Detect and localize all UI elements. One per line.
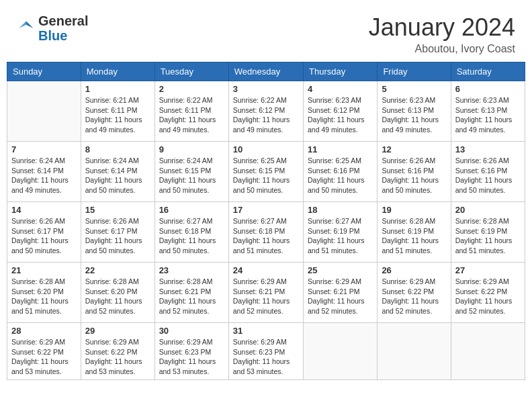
- calendar-cell: 16Sunrise: 6:27 AMSunset: 6:18 PMDayligh…: [154, 202, 228, 263]
- svg-marker-0: [26, 21, 34, 29]
- calendar-cell: [451, 323, 525, 380]
- logo-general: General: [38, 13, 88, 28]
- day-number: 7: [11, 144, 77, 154]
- day-number: 9: [159, 144, 224, 154]
- calendar-cell: 11Sunrise: 6:25 AMSunset: 6:16 PMDayligh…: [303, 142, 377, 202]
- location: Aboutou, Ivory Coast: [369, 43, 515, 55]
- page-header: General Blue January 2024 Aboutou, Ivory…: [7, 7, 525, 58]
- day-number: 26: [382, 265, 446, 275]
- logo-icon: [17, 19, 36, 38]
- calendar-cell: 24Sunrise: 6:29 AMSunset: 6:21 PMDayligh…: [228, 263, 303, 323]
- day-info: Sunrise: 6:22 AMSunset: 6:11 PMDaylight:…: [159, 95, 224, 135]
- calendar-cell: 19Sunrise: 6:28 AMSunset: 6:19 PMDayligh…: [378, 202, 451, 263]
- day-number: 4: [308, 84, 373, 94]
- weekday-header: Sunday: [7, 62, 81, 81]
- weekday-header: Saturday: [451, 62, 525, 81]
- day-info: Sunrise: 6:23 AMSunset: 6:13 PMDaylight:…: [455, 95, 521, 135]
- calendar-week-row: 7Sunrise: 6:24 AMSunset: 6:14 PMDaylight…: [7, 142, 525, 202]
- day-number: 31: [233, 326, 299, 336]
- day-number: 17: [233, 205, 299, 215]
- day-number: 11: [308, 144, 373, 154]
- calendar-cell: 9Sunrise: 6:24 AMSunset: 6:15 PMDaylight…: [154, 142, 228, 202]
- day-number: 1: [85, 84, 150, 94]
- calendar-cell: 15Sunrise: 6:26 AMSunset: 6:17 PMDayligh…: [81, 202, 154, 263]
- day-number: 20: [455, 205, 521, 215]
- day-info: Sunrise: 6:26 AMSunset: 6:17 PMDaylight:…: [11, 216, 77, 256]
- day-info: Sunrise: 6:26 AMSunset: 6:16 PMDaylight:…: [382, 156, 446, 195]
- day-info: Sunrise: 6:23 AMSunset: 6:12 PMDaylight:…: [308, 95, 373, 135]
- calendar-week-row: 14Sunrise: 6:26 AMSunset: 6:17 PMDayligh…: [7, 202, 525, 263]
- calendar-cell: 13Sunrise: 6:26 AMSunset: 6:16 PMDayligh…: [451, 142, 525, 202]
- day-info: Sunrise: 6:29 AMSunset: 6:21 PMDaylight:…: [233, 277, 299, 316]
- svg-marker-1: [19, 21, 27, 29]
- day-info: Sunrise: 6:27 AMSunset: 6:18 PMDaylight:…: [159, 216, 224, 256]
- weekday-header: Friday: [378, 62, 451, 81]
- day-info: Sunrise: 6:28 AMSunset: 6:21 PMDaylight:…: [159, 277, 224, 316]
- day-info: Sunrise: 6:29 AMSunset: 6:23 PMDaylight:…: [233, 337, 299, 377]
- day-info: Sunrise: 6:22 AMSunset: 6:12 PMDaylight:…: [233, 95, 299, 135]
- day-number: 28: [11, 326, 77, 336]
- day-number: 12: [382, 144, 446, 154]
- day-number: 24: [233, 265, 299, 275]
- calendar-cell: [378, 323, 451, 380]
- day-info: Sunrise: 6:29 AMSunset: 6:22 PMDaylight:…: [11, 337, 77, 377]
- day-number: 2: [159, 84, 224, 94]
- day-number: 13: [455, 144, 521, 154]
- day-number: 16: [159, 205, 224, 215]
- calendar-cell: 1Sunrise: 6:21 AMSunset: 6:11 PMDaylight…: [81, 81, 154, 142]
- calendar-cell: 7Sunrise: 6:24 AMSunset: 6:14 PMDaylight…: [7, 142, 81, 202]
- day-info: Sunrise: 6:28 AMSunset: 6:20 PMDaylight:…: [85, 277, 150, 316]
- day-number: 29: [85, 326, 150, 336]
- day-info: Sunrise: 6:26 AMSunset: 6:17 PMDaylight:…: [85, 216, 150, 256]
- calendar-cell: 14Sunrise: 6:26 AMSunset: 6:17 PMDayligh…: [7, 202, 81, 263]
- calendar-cell: 6Sunrise: 6:23 AMSunset: 6:13 PMDaylight…: [451, 81, 525, 142]
- calendar-cell: 17Sunrise: 6:27 AMSunset: 6:18 PMDayligh…: [228, 202, 303, 263]
- calendar-cell: 28Sunrise: 6:29 AMSunset: 6:22 PMDayligh…: [7, 323, 81, 380]
- month-title: January 2024: [369, 13, 515, 42]
- day-info: Sunrise: 6:29 AMSunset: 6:22 PMDaylight:…: [85, 337, 150, 377]
- day-info: Sunrise: 6:28 AMSunset: 6:20 PMDaylight:…: [11, 277, 77, 316]
- calendar-cell: 27Sunrise: 6:29 AMSunset: 6:22 PMDayligh…: [451, 263, 525, 323]
- calendar-cell: 8Sunrise: 6:24 AMSunset: 6:14 PMDaylight…: [81, 142, 154, 202]
- calendar-cell: 2Sunrise: 6:22 AMSunset: 6:11 PMDaylight…: [154, 81, 228, 142]
- weekday-header-row: SundayMondayTuesdayWednesdayThursdayFrid…: [7, 62, 525, 81]
- calendar-cell: 3Sunrise: 6:22 AMSunset: 6:12 PMDaylight…: [228, 81, 303, 142]
- logo-blue: Blue: [38, 28, 67, 43]
- day-info: Sunrise: 6:21 AMSunset: 6:11 PMDaylight:…: [85, 95, 150, 135]
- calendar-cell: 31Sunrise: 6:29 AMSunset: 6:23 PMDayligh…: [228, 323, 303, 380]
- day-number: 25: [308, 265, 373, 275]
- day-info: Sunrise: 6:28 AMSunset: 6:19 PMDaylight:…: [382, 216, 446, 256]
- day-number: 15: [85, 205, 150, 215]
- day-info: Sunrise: 6:23 AMSunset: 6:13 PMDaylight:…: [382, 95, 446, 135]
- day-number: 8: [85, 144, 150, 154]
- logo: General Blue: [17, 13, 88, 43]
- day-info: Sunrise: 6:29 AMSunset: 6:21 PMDaylight:…: [308, 277, 373, 316]
- calendar-week-row: 1Sunrise: 6:21 AMSunset: 6:11 PMDaylight…: [7, 81, 525, 142]
- day-number: 6: [455, 84, 521, 94]
- calendar-cell: 30Sunrise: 6:29 AMSunset: 6:23 PMDayligh…: [154, 323, 228, 380]
- day-info: Sunrise: 6:28 AMSunset: 6:19 PMDaylight:…: [455, 216, 521, 256]
- calendar-cell: 22Sunrise: 6:28 AMSunset: 6:20 PMDayligh…: [81, 263, 154, 323]
- day-info: Sunrise: 6:29 AMSunset: 6:22 PMDaylight:…: [382, 277, 446, 316]
- calendar-cell: 20Sunrise: 6:28 AMSunset: 6:19 PMDayligh…: [451, 202, 525, 263]
- calendar-cell: 10Sunrise: 6:25 AMSunset: 6:15 PMDayligh…: [228, 142, 303, 202]
- calendar-cell: 18Sunrise: 6:27 AMSunset: 6:19 PMDayligh…: [303, 202, 377, 263]
- weekday-header: Tuesday: [154, 62, 228, 81]
- day-info: Sunrise: 6:25 AMSunset: 6:16 PMDaylight:…: [308, 156, 373, 195]
- day-info: Sunrise: 6:25 AMSunset: 6:15 PMDaylight:…: [233, 156, 299, 195]
- day-number: 22: [85, 265, 150, 275]
- calendar-table: SundayMondayTuesdayWednesdayThursdayFrid…: [7, 62, 525, 380]
- logo-text: General Blue: [38, 13, 88, 43]
- day-info: Sunrise: 6:27 AMSunset: 6:18 PMDaylight:…: [233, 216, 299, 256]
- calendar-cell: 23Sunrise: 6:28 AMSunset: 6:21 PMDayligh…: [154, 263, 228, 323]
- title-block: January 2024 Aboutou, Ivory Coast: [369, 13, 515, 55]
- day-info: Sunrise: 6:29 AMSunset: 6:22 PMDaylight:…: [455, 277, 521, 316]
- day-info: Sunrise: 6:27 AMSunset: 6:19 PMDaylight:…: [308, 216, 373, 256]
- calendar-cell: 21Sunrise: 6:28 AMSunset: 6:20 PMDayligh…: [7, 263, 81, 323]
- day-number: 30: [159, 326, 224, 336]
- weekday-header: Wednesday: [228, 62, 303, 81]
- day-info: Sunrise: 6:24 AMSunset: 6:14 PMDaylight:…: [85, 156, 150, 195]
- day-info: Sunrise: 6:29 AMSunset: 6:23 PMDaylight:…: [159, 337, 224, 377]
- calendar-cell: 5Sunrise: 6:23 AMSunset: 6:13 PMDaylight…: [378, 81, 451, 142]
- calendar-cell: 4Sunrise: 6:23 AMSunset: 6:12 PMDaylight…: [303, 81, 377, 142]
